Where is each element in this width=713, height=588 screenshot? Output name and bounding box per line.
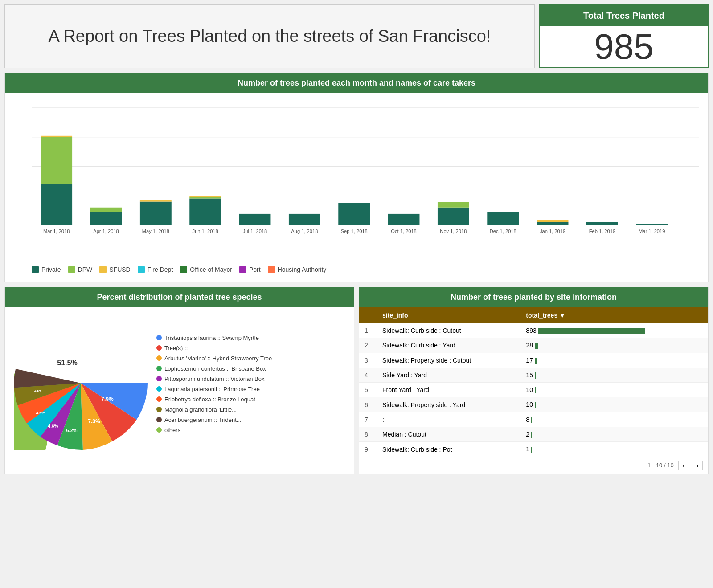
svg-rect-41 xyxy=(586,222,618,225)
legend-mayor: Office of Mayor xyxy=(180,266,232,273)
svg-text:Aug 1, 2018: Aug 1, 2018 xyxy=(291,229,318,234)
legend-port: Port xyxy=(239,266,261,273)
row-trees: 2 xyxy=(520,427,708,442)
svg-rect-33 xyxy=(438,202,469,208)
legend-dot-port xyxy=(239,266,246,273)
table-row: 1. Sidewalk: Curb side : Cutout 893 xyxy=(359,323,708,338)
legend-label-port: Port xyxy=(249,266,261,273)
pie-legend-item-10: others xyxy=(156,427,272,433)
svg-rect-18 xyxy=(140,200,172,202)
svg-rect-12 xyxy=(41,136,72,137)
col-site-header[interactable]: site_info xyxy=(377,307,520,323)
col-num xyxy=(359,307,377,323)
svg-text:Nov 1, 2018: Nov 1, 2018 xyxy=(440,229,467,234)
svg-text:7.9%: 7.9% xyxy=(101,396,114,402)
bar-chart-section: Number of trees planted each month and n… xyxy=(4,73,709,282)
pagination-info: 1 - 10 / 10 xyxy=(647,462,674,469)
svg-rect-32 xyxy=(438,208,469,225)
pagination-next[interactable]: › xyxy=(693,461,703,470)
table-bar xyxy=(535,358,537,364)
pie-dot-6 xyxy=(156,386,162,392)
col-trees-header[interactable]: total_trees ▼ xyxy=(520,307,708,323)
row-site: Median : Cutout xyxy=(377,427,520,442)
svg-text:9.3%: 9.3% xyxy=(98,360,112,367)
svg-rect-26 xyxy=(289,214,320,225)
table-row: 4. Side Yard : Yard 15 xyxy=(359,368,708,382)
pie-dot-2 xyxy=(156,345,162,351)
header-row: A Report on Trees Planted on the streets… xyxy=(4,4,709,68)
pie-label-9: Acer buergeranum :: Trident... xyxy=(164,416,242,423)
svg-rect-39 xyxy=(537,220,569,220)
legend-housing: Housing Authority xyxy=(268,266,327,273)
legend-dot-firedept xyxy=(138,266,145,273)
pie-chart-title: Percent distribution of planted tree spe… xyxy=(5,287,354,307)
table-row: 8. Median : Cutout 2 xyxy=(359,427,708,442)
pie-label-4: Lophostemon confertus :: Brisbane Box xyxy=(164,365,266,372)
pie-label-1: Tristaniopsis laurina :: Swamp Myrtle xyxy=(164,335,259,341)
row-num: 4. xyxy=(359,368,377,382)
pie-legend-item-6: Lagunaria patersonii :: Primrose Tree xyxy=(156,386,272,392)
svg-text:Jul 1, 2018: Jul 1, 2018 xyxy=(243,229,267,234)
pie-dot-9 xyxy=(156,417,162,422)
pie-legend-item-2: Tree(s) :: xyxy=(156,345,272,351)
svg-text:51.5%: 51.5% xyxy=(57,359,77,367)
pie-container: 9.3% 7.9% 7.3% 6.2% 4.6% 4.6% 4.6% 51.5% xyxy=(5,307,354,461)
pie-legend-item-1: Tristaniopsis laurina :: Swamp Myrtle xyxy=(156,335,272,341)
legend-label-private: Private xyxy=(41,266,61,273)
legend-dpw: DPW xyxy=(68,266,93,273)
pie-label-6: Lagunaria patersonii :: Primrose Tree xyxy=(164,386,260,392)
bar-chart-area: 0 100 200 300 400 Mar 1, 2018 Apr 1, 201… xyxy=(5,93,708,262)
svg-rect-17 xyxy=(140,202,172,225)
pie-legend-item-5: Pittosporum undulatum :: Victorian Box xyxy=(156,376,272,382)
pie-dot-5 xyxy=(156,376,162,381)
pie-dot-3 xyxy=(156,355,162,361)
pie-legend-item-7: Eriobotrya deflexa :: Bronze Loquat xyxy=(156,396,272,403)
bottom-row: Percent distribution of planted tree spe… xyxy=(4,287,709,474)
legend-sfusd: SFUSD xyxy=(99,266,130,273)
pie-dot-10 xyxy=(156,427,162,433)
row-site: : xyxy=(377,412,520,427)
pie-legend-item-9: Acer buergeranum :: Trident... xyxy=(156,416,272,423)
total-trees-value: 985 xyxy=(540,26,708,67)
pie-label-8: Magnolia grandiflora 'Little... xyxy=(164,406,237,413)
row-site: Sidewalk: Curb side : Yard xyxy=(377,338,520,353)
row-site: Sidewalk: Property side : Cutout xyxy=(377,353,520,368)
legend-private: Private xyxy=(32,266,61,273)
col-site-label: site_info xyxy=(382,312,408,319)
pie-dot-8 xyxy=(156,407,162,412)
pie-chart-svg: 9.3% 7.9% 7.3% 6.2% 4.6% 4.6% 4.6% 51.5% xyxy=(14,316,148,450)
row-site: Sidewalk: Curb side : Cutout xyxy=(377,323,520,338)
svg-text:4.6%: 4.6% xyxy=(48,424,58,429)
pie-dot-4 xyxy=(156,366,162,371)
row-trees: 28 xyxy=(520,338,708,353)
svg-text:6.2%: 6.2% xyxy=(66,428,77,433)
legend-dot-private xyxy=(32,266,39,273)
svg-rect-28 xyxy=(338,203,370,225)
pie-dot-1 xyxy=(156,335,162,340)
table-bar xyxy=(535,372,537,379)
svg-text:Mar 1, 2019: Mar 1, 2019 xyxy=(639,229,665,234)
table-header-row: site_info total_trees ▼ xyxy=(359,307,708,323)
total-trees-label: Total Trees Planted xyxy=(540,5,708,26)
svg-rect-21 xyxy=(189,197,221,198)
row-num: 3. xyxy=(359,353,377,368)
table-body: 1. Sidewalk: Curb side : Cutout 893 2. S… xyxy=(359,323,708,457)
pagination-prev[interactable]: ‹ xyxy=(678,461,688,470)
table-bar xyxy=(535,402,536,408)
bar-chart-title: Number of trees planted each month and n… xyxy=(5,73,708,93)
pie-label-2: Tree(s) :: xyxy=(164,345,188,351)
legend-dot-sfusd xyxy=(99,266,107,273)
svg-text:Apr 1, 2018: Apr 1, 2018 xyxy=(93,229,119,234)
svg-rect-22 xyxy=(189,196,221,197)
svg-text:Oct 1, 2018: Oct 1, 2018 xyxy=(391,229,417,234)
bar-chart-legend: Private DPW SFUSD Fire Dept Office of Ma… xyxy=(5,262,708,275)
table-bar xyxy=(538,328,645,334)
svg-text:May 1, 2018: May 1, 2018 xyxy=(142,229,169,234)
table-bar xyxy=(535,343,538,349)
legend-firedept: Fire Dept xyxy=(138,266,173,273)
svg-text:Jan 1, 2019: Jan 1, 2019 xyxy=(540,229,565,234)
total-trees-box: Total Trees Planted 985 xyxy=(539,4,709,68)
svg-rect-15 xyxy=(90,208,122,212)
svg-text:Mar 1, 2018: Mar 1, 2018 xyxy=(43,229,70,234)
svg-text:Feb 1, 2019: Feb 1, 2019 xyxy=(589,229,615,234)
